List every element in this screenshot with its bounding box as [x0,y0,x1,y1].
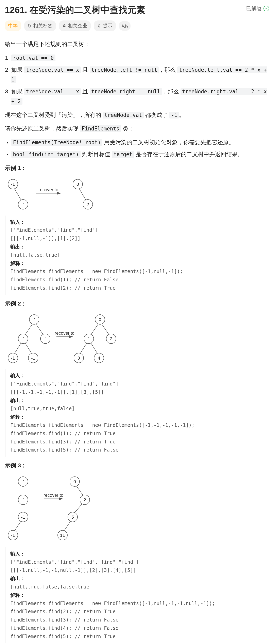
difficulty-badge[interactable]: 中等 [5,20,21,31]
problem-title: 1261. 在受污染的二叉树中查找元素 [5,4,145,16]
svg-text:-1: -1 [43,336,47,341]
companies-badge[interactable]: 相关企业 [59,20,91,31]
svg-text:-1: -1 [31,356,35,360]
example-1-title: 示例 1： [5,163,269,173]
svg-text:0: 0 [76,182,79,186]
svg-text:2: 2 [87,202,89,207]
svg-text:3: 3 [77,356,80,360]
problem-description: 给出一个满足下述规则的二叉树： root.val == 0 如果 treeNod… [5,39,269,644]
svg-text:11: 11 [60,532,65,538]
example-2-block: 输入： ["FindElements","find","find","find"… [5,369,269,456]
svg-text:-1: -1 [21,497,25,502]
svg-text:-1: -1 [21,514,25,520]
hint-badge[interactable]: 提示 [94,20,116,31]
example-1-block: 输入： ["FindElements","find","find"] [[[-1… [5,216,269,295]
svg-text:2: 2 [84,497,86,502]
svg-text:recover to: recover to [55,330,74,336]
example-3-block: 输入： ["FindElements","find","find","find"… [5,547,269,643]
svg-text:-1: -1 [21,479,25,484]
solved-status: 已解答 ✓ [246,4,269,13]
svg-text:2: 2 [110,336,112,341]
svg-text:0: 0 [99,317,101,322]
svg-text:-1: -1 [11,356,15,360]
example-2-title: 示例 2： [5,299,269,308]
methods-list: FindElements(TreeNode* root) 用受污染的二叉树初始化… [5,138,269,159]
svg-text:-1: -1 [21,202,25,207]
lock-icon [62,24,66,28]
svg-text:1: 1 [88,336,90,341]
svg-text:recover to: recover to [43,493,63,498]
example-3-title: 示例 3： [5,461,269,470]
svg-point-0 [28,25,29,25]
font-badge[interactable]: Aあ [119,21,131,30]
badge-row: 中等 相关标签 相关企业 提示 Aあ [5,20,269,31]
example-3-diagram: -1 -1 -1 -1 recover to 0 2 5 11 [5,474,269,543]
font-icon: Aあ [121,22,128,29]
svg-text:4: 4 [98,356,100,360]
svg-text:5: 5 [71,514,74,520]
svg-text:0: 0 [73,479,76,484]
svg-text:-1: -1 [11,532,15,538]
bulb-icon [97,24,101,28]
svg-text:recover to: recover to [38,187,58,192]
check-icon: ✓ [264,6,269,11]
svg-text:-1: -1 [21,336,25,341]
svg-text:-1: -1 [32,317,36,322]
rules-list: root.val == 0 如果 treeNode.val == x 且 tre… [5,53,269,106]
svg-text:-1: -1 [11,182,15,186]
example-2-diagram: -1 -1 -1 -1 -1 recover to 0 1 2 3 4 [5,312,269,365]
tags-badge[interactable]: 相关标签 [24,20,56,31]
tag-icon [27,24,31,28]
example-1-diagram: -1 -1 recover to 0 2 [5,177,269,212]
